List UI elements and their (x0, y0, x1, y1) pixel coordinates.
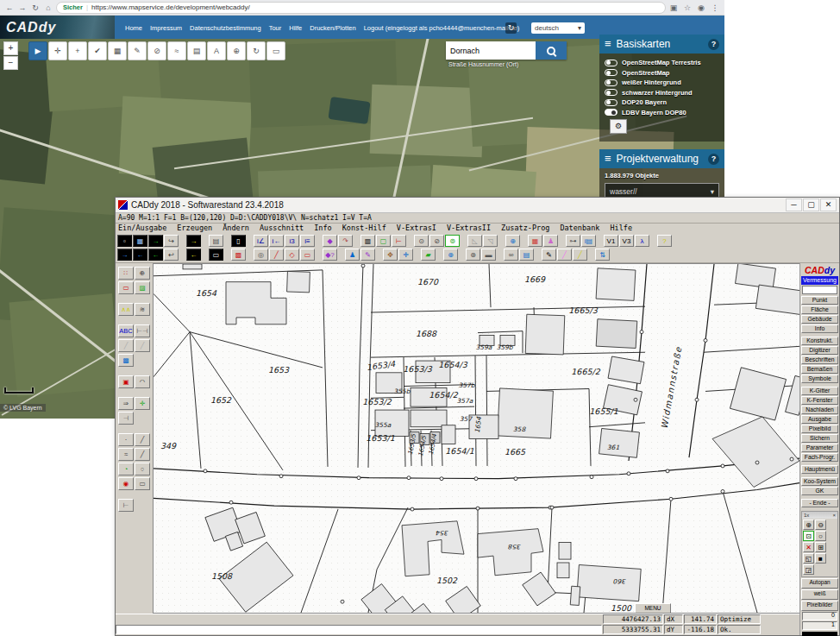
toolbar-icon[interactable]: ▤ (209, 235, 223, 247)
toolbar-icon[interactable]: ◺ (467, 235, 482, 247)
sidebar-item-ende[interactable]: - Ende - (801, 499, 838, 507)
toolbar-icon[interactable]: ⊶ (566, 235, 580, 247)
tool-icon[interactable]: ▭ (118, 281, 134, 294)
sidebar-item-gk[interactable]: GK (801, 487, 838, 495)
toolbar-icon[interactable]: ↩ (164, 249, 179, 261)
menu-ein-ausgabe[interactable]: Ein/Ausgabe (118, 224, 166, 233)
toolbar-icon[interactable]: ♟ (345, 249, 360, 261)
menu-hilfe[interactable]: Hilfe (610, 224, 632, 233)
help-icon[interactable]: ? (708, 39, 719, 50)
tool-icon[interactable]: · (118, 433, 134, 446)
rectangle-tool[interactable]: ▭ (266, 41, 285, 60)
toolbar-icon[interactable]: i≡ (300, 235, 315, 247)
toolbar-icon[interactable]: ▢ (376, 235, 391, 247)
sidebar-item-geb-ude[interactable]: Gebäude (801, 315, 838, 324)
menu-v-extrasii[interactable]: V-ExtrasII (447, 224, 491, 233)
toolbar-icon[interactable]: ✛ (398, 249, 413, 261)
toolbar-icon[interactable]: ▤ (519, 249, 534, 261)
toolbar-icon[interactable]: ∞ (504, 249, 518, 261)
zoom-icon[interactable]: ■ (815, 553, 826, 564)
nav-item-impressum[interactable]: Impressum (150, 24, 182, 32)
toolbar-icon[interactable]: ▭ (209, 249, 223, 261)
menu-ndern[interactable]: Ändern (223, 224, 249, 233)
sidebar-item-info[interactable]: Info (801, 324, 838, 333)
toolbar-icon[interactable]: ◇ (285, 249, 299, 261)
toolbar-icon[interactable]: i▤ (581, 235, 596, 247)
toolbar-icon[interactable]: ⇅ (595, 249, 610, 261)
sidebar-item-k-fenster[interactable]: K-Fenster (801, 396, 838, 405)
zoom-icon[interactable]: ⊞ (815, 542, 826, 552)
menu-v-extrasi[interactable]: V-ExtrasI (397, 224, 436, 233)
toolbar-icon[interactable]: ▦ (133, 235, 147, 247)
sidebar-item-konstrukt[interactable]: Konstrukt. (801, 337, 838, 345)
layer-toggle[interactable] (605, 109, 617, 116)
zoom-icon[interactable]: ⊕ (803, 520, 814, 530)
command-input[interactable] (116, 625, 602, 634)
menu-info[interactable]: Info (314, 224, 331, 233)
toolbar-icon[interactable]: → (117, 249, 132, 261)
search-button[interactable] (536, 41, 567, 60)
disable-tool[interactable]: ⊘ (147, 41, 166, 60)
menu-ausschnitt[interactable]: Ausschnitt (260, 224, 304, 233)
profile-icon[interactable]: ◉ (696, 3, 706, 12)
toolbar-icon[interactable]: → (148, 235, 163, 247)
wei-button[interactable]: weiß (801, 589, 838, 600)
layer-toggle[interactable] (605, 89, 617, 96)
toolbar-icon[interactable]: ⊚ (445, 235, 460, 247)
toolbar-icon[interactable]: ▯ (231, 235, 246, 247)
toolbar-icon[interactable]: ◎ (254, 249, 268, 261)
toolbar-icon[interactable]: ← (133, 249, 147, 261)
tool-icon[interactable]: ≈ (118, 448, 134, 461)
autopan-button[interactable]: Autopan (801, 578, 838, 589)
basiskarten-header[interactable]: ≡ Basiskarten ? (599, 35, 724, 54)
maximize-button[interactable]: ▢ (803, 198, 819, 211)
zoom-icon[interactable]: ⊡ (803, 531, 814, 541)
sidebar-item-ausgabe[interactable]: Ausgabe (801, 415, 838, 424)
nav-item-tour[interactable]: Tour (269, 24, 282, 32)
sidebar-item-digitizer[interactable]: Digitizer (801, 346, 838, 355)
home-icon[interactable]: ⌂ (43, 3, 53, 12)
sidebar-item-symbole[interactable]: Symbole (801, 375, 838, 383)
toolbar-icon[interactable]: i← (269, 235, 284, 247)
close-icon[interactable]: × (832, 512, 836, 519)
menu-zusatz-prog[interactable]: Zusatz-Prog (501, 224, 549, 233)
toolbar-icon[interactable]: ⊕ (505, 235, 520, 247)
layers-tool[interactable]: ▤ (187, 41, 206, 60)
nav-item-datenschutzbestimmung[interactable]: Datenschutzbestimmung (190, 24, 261, 32)
tool-icon[interactable]: ∧∧ (118, 303, 134, 316)
toolbar-icon[interactable]: ◆? (323, 249, 337, 261)
sidebar-item-koo-system[interactable]: Koo-System (801, 477, 838, 486)
pan-tool[interactable]: ✛ (48, 41, 67, 60)
toolbar-icon[interactable]: ╱ (573, 249, 587, 261)
zoom-icon[interactable]: ✕ (803, 542, 814, 552)
toolbar-icon[interactable]: i∠ (254, 235, 268, 247)
toolbar-icon[interactable]: ⊕ (443, 249, 458, 261)
toolbar-icon[interactable]: ▫ (117, 235, 132, 247)
tool-icon[interactable]: ◉ (118, 477, 134, 490)
toolbar-icon[interactable]: ? (657, 235, 672, 247)
sidebar-item-punkt[interactable]: Punkt (801, 296, 838, 305)
layer-toggle[interactable] (605, 69, 617, 76)
toolbar-icon[interactable]: ◹ (483, 235, 498, 247)
pixelbilder-button[interactable]: Pixelbilder (801, 601, 838, 611)
toolbar-icon[interactable]: ⊢ (392, 235, 406, 247)
help-icon[interactable]: ? (708, 154, 719, 165)
menu-konst-hilf[interactable]: Konst-Hilf (342, 224, 386, 233)
address-bar[interactable]: Sicher | https://www.mapservice.de/devel… (56, 2, 666, 14)
confirm-tool[interactable]: ✔ (88, 41, 107, 60)
toolbar-icon[interactable]: ↷ (338, 235, 353, 247)
toolbar-icon[interactable]: ✥ (383, 249, 398, 261)
extensions-icon[interactable]: ▣ (668, 3, 679, 12)
toolbar-icon[interactable]: ⊙ (414, 235, 429, 247)
toolbar-icon[interactable]: ▬ (481, 249, 496, 261)
menu-button[interactable]: MENU (635, 603, 671, 614)
tool-icon[interactable]: ╱ (135, 339, 150, 352)
target-tool[interactable]: ⊕ (227, 41, 246, 60)
tool-icon[interactable]: ⊣ (118, 412, 134, 425)
zoom-icon[interactable]: ⊖ (815, 520, 826, 530)
tool-icon[interactable]: ABC (118, 324, 134, 337)
sidebar-item-hauptmen[interactable]: Hauptmenü (801, 465, 838, 474)
color-swatch[interactable] (802, 632, 837, 636)
tool-icon[interactable]: ◔ (118, 463, 134, 475)
toolbar-icon[interactable]: ▭ (300, 249, 315, 261)
